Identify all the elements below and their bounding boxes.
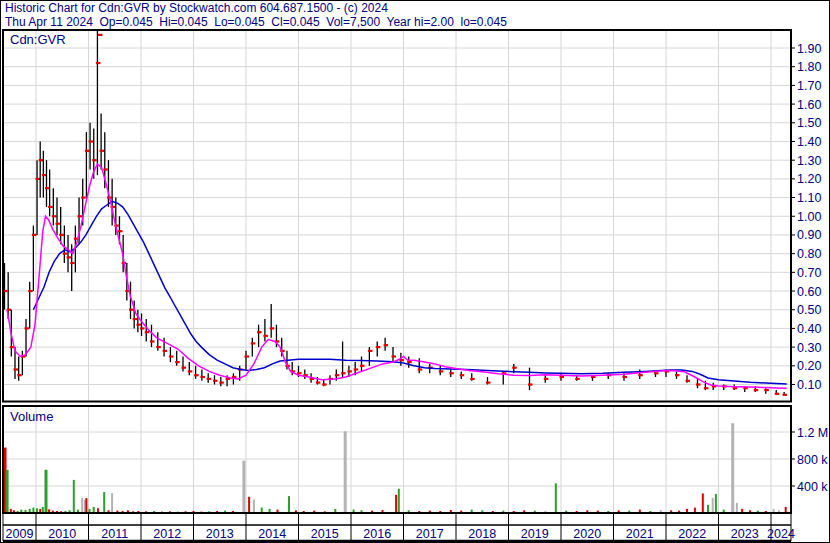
svg-text:0.20: 0.20 bbox=[797, 359, 821, 373]
svg-text:1.60: 1.60 bbox=[797, 98, 821, 112]
svg-text:0.60: 0.60 bbox=[797, 285, 821, 299]
svg-text:2022: 2022 bbox=[678, 527, 706, 541]
svg-text:1.50: 1.50 bbox=[797, 116, 821, 130]
svg-text:1.2 M: 1.2 M bbox=[797, 426, 828, 440]
svg-text:2015: 2015 bbox=[311, 527, 339, 541]
svg-text:2009: 2009 bbox=[6, 527, 34, 541]
symbol-label: Cdn:GVR bbox=[10, 32, 66, 47]
svg-text:0.80: 0.80 bbox=[797, 247, 821, 261]
svg-text:2016: 2016 bbox=[363, 527, 391, 541]
svg-text:1.80: 1.80 bbox=[797, 60, 821, 74]
svg-text:0.70: 0.70 bbox=[797, 266, 821, 280]
svg-text:2012: 2012 bbox=[153, 527, 181, 541]
svg-text:1.90: 1.90 bbox=[797, 42, 821, 56]
svg-text:2010: 2010 bbox=[48, 527, 76, 541]
volume-panel-label: Volume bbox=[10, 409, 53, 424]
svg-text:2019: 2019 bbox=[521, 527, 549, 541]
svg-text:800 k: 800 k bbox=[797, 453, 828, 467]
svg-text:0.40: 0.40 bbox=[797, 322, 821, 336]
svg-text:1.00: 1.00 bbox=[797, 210, 821, 224]
svg-text:2014: 2014 bbox=[258, 527, 286, 541]
svg-text:1.20: 1.20 bbox=[797, 172, 821, 186]
svg-text:2011: 2011 bbox=[101, 527, 128, 541]
svg-text:1.70: 1.70 bbox=[797, 79, 821, 93]
svg-text:2021: 2021 bbox=[626, 527, 654, 541]
svg-text:400 k: 400 k bbox=[797, 480, 828, 494]
svg-text:0.30: 0.30 bbox=[797, 341, 821, 355]
svg-text:2018: 2018 bbox=[468, 527, 496, 541]
svg-text:0.90: 0.90 bbox=[797, 228, 821, 242]
svg-text:1.40: 1.40 bbox=[797, 135, 821, 149]
svg-text:1.30: 1.30 bbox=[797, 154, 821, 168]
svg-text:2017: 2017 bbox=[416, 527, 444, 541]
svg-text:1.10: 1.10 bbox=[797, 191, 821, 205]
svg-text:2024: 2024 bbox=[767, 527, 795, 541]
svg-text:2020: 2020 bbox=[573, 527, 601, 541]
svg-text:0.50: 0.50 bbox=[797, 303, 821, 317]
price-volume-chart: 1.901.801.701.601.501.401.301.201.101.00… bbox=[1, 1, 830, 543]
svg-text:2013: 2013 bbox=[206, 527, 234, 541]
svg-text:2023: 2023 bbox=[731, 527, 759, 541]
chart-frame: Historic Chart for Cdn:GVR by Stockwatch… bbox=[0, 0, 830, 543]
svg-text:0.10: 0.10 bbox=[797, 378, 821, 392]
